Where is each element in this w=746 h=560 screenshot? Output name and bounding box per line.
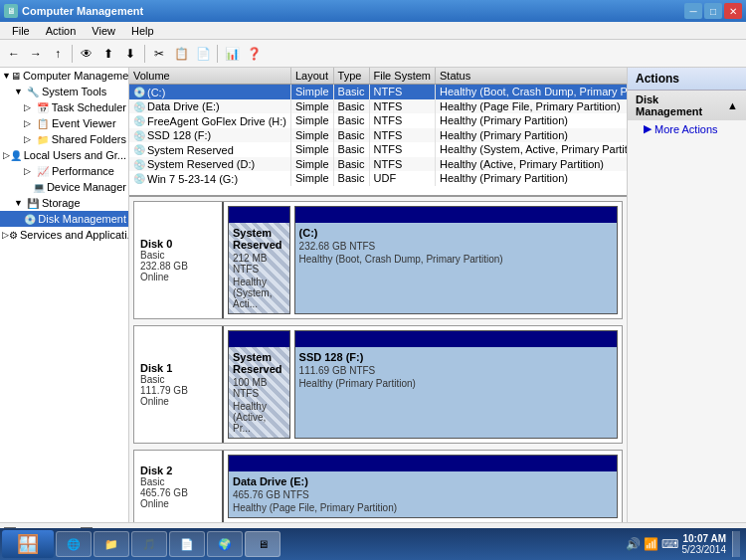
table-row[interactable]: 💿System Reserved Simple Basic NTFS Healt… (129, 142, 627, 157)
tree-task-scheduler[interactable]: ▷ 📅 Task Scheduler (0, 99, 128, 115)
taskbar-documents[interactable]: 📄 (169, 531, 205, 557)
partition-block[interactable]: System Reserved 212 MB NTFS Healthy (Sys… (228, 206, 290, 314)
toolbar-sep-2 (144, 45, 145, 63)
taskbar-ie[interactable]: 🌐 (56, 531, 92, 557)
menu-action[interactable]: Action (38, 23, 85, 39)
expander-perf[interactable]: ▷ (24, 166, 36, 176)
tree-label-disk-management: Disk Management (38, 213, 126, 225)
taskbar: 🪟 🌐 📁 🎵 📄 🌍 🖥 🔊 📶 ⌨ 10:07 AM 5/23/2014 (0, 528, 746, 560)
close-button[interactable]: ✕ (724, 3, 742, 19)
storage-icon: 💾 (26, 196, 40, 210)
copy-button[interactable]: 📋 (171, 44, 191, 64)
help-button[interactable]: ❓ (244, 44, 264, 64)
disk-status: Online (140, 272, 216, 282)
expander-storage[interactable]: ▼ (14, 198, 26, 208)
maximize-button[interactable]: □ (704, 3, 722, 19)
tree-storage[interactable]: ▼ 💾 Storage (0, 195, 128, 211)
table-row[interactable]: 💿(C:) Simple Basic NTFS Healthy (Boot, C… (129, 85, 627, 99)
volume-table-container[interactable]: Volume Layout Type File System Status Ca… (129, 68, 627, 197)
main-area: ▼ 🖥 Computer Management ▼ 🔧 System Tools… (0, 68, 746, 522)
expander-services[interactable]: ▷ (2, 230, 9, 240)
volume-table: Volume Layout Type File System Status Ca… (129, 68, 627, 186)
partition-name: Data Drive (E:) (233, 475, 613, 487)
tray-icons: 🔊 📶 ⌨ (626, 537, 678, 551)
up-button[interactable]: ↑ (48, 44, 68, 64)
expander-shared[interactable]: ▷ (24, 134, 36, 144)
col-type[interactable]: Type (333, 68, 369, 85)
tray-volume-icon[interactable]: 📶 (644, 537, 658, 551)
partition-name: System Reserved (233, 351, 285, 375)
taskbar-computer-mgmt[interactable]: 🖥 (245, 531, 280, 557)
paste-button[interactable]: 📄 (193, 44, 213, 64)
tree-label-local-users: Local Users and Gr... (24, 149, 126, 161)
partition-block[interactable]: SSD 128 (F:) 111.69 GB NTFS Healthy (Pri… (294, 330, 618, 439)
title-bar-buttons[interactable]: ─ □ ✕ (684, 3, 742, 19)
export-button[interactable]: 📊 (222, 44, 242, 64)
tree-event-viewer[interactable]: ▷ 📋 Event Viewer (0, 115, 128, 131)
menu-help[interactable]: Help (123, 23, 162, 39)
down-button[interactable]: ⬇ (120, 44, 140, 64)
volume-icon: 💿 (133, 87, 145, 97)
tray-network-icon[interactable]: 🔊 (626, 537, 641, 551)
cell-volume: 💿System Reserved (D:) (129, 157, 290, 172)
table-row[interactable]: 💿FreeAgent GoFlex Drive (H:) Simple Basi… (129, 113, 627, 128)
left-tree-panel: ▼ 🖥 Computer Management ▼ 🔧 System Tools… (0, 68, 129, 522)
back-button[interactable]: ← (4, 44, 24, 64)
cut-button[interactable]: ✂ (149, 44, 169, 64)
tree-disk-management[interactable]: ▷ 💿 Disk Management (0, 211, 128, 227)
partition-name: SSD 128 (F:) (299, 351, 613, 363)
partition-block[interactable]: Data Drive (E:) 465.76 GB NTFS Healthy (… (228, 455, 618, 518)
actions-more-label: More Actions (654, 123, 718, 135)
shared-folders-icon: 📁 (36, 132, 50, 146)
taskbar-explorer[interactable]: 📁 (93, 531, 129, 557)
disk-management-icon: 💿 (24, 212, 36, 226)
col-volume[interactable]: Volume (129, 68, 290, 85)
up2-button[interactable]: ⬆ (98, 44, 118, 64)
table-row[interactable]: 💿Win 7 5-23-14 (G:) Simple Basic UDF Hea… (129, 171, 627, 186)
show-desktop-button[interactable] (732, 531, 740, 557)
partition-block[interactable]: System Reserved 100 MB NTFS Healthy (Act… (228, 330, 290, 439)
tree-local-users[interactable]: ▷ 👤 Local Users and Gr... (0, 147, 128, 163)
actions-collapse-icon[interactable]: ▲ (727, 99, 738, 111)
table-row[interactable]: 💿SSD 128 (F:) Simple Basic NTFS Healthy … (129, 128, 627, 143)
disk-name: Disk 0 (140, 238, 216, 250)
minimize-button[interactable]: ─ (684, 3, 702, 19)
system-tools-icon: 🔧 (26, 85, 40, 98)
table-row[interactable]: 💿System Reserved (D:) Simple Basic NTFS … (129, 157, 627, 172)
volume-icon: 💿 (133, 159, 145, 170)
tree-label-services: Services and Applicati... (20, 229, 128, 241)
start-button[interactable]: 🪟 (2, 530, 54, 558)
partition-name: (C:) (299, 227, 613, 239)
tree-computer-management[interactable]: ▼ 🖥 Computer Management (0, 68, 128, 84)
disk-info: Disk 2 Basic 465.76 GB Online (134, 451, 224, 522)
partition-detail1: 212 MB NTFS (233, 253, 285, 275)
menu-file[interactable]: File (4, 23, 38, 39)
tree-device-manager[interactable]: ▷ 💻 Device Manager (0, 179, 128, 195)
expander-computer[interactable]: ▼ (2, 71, 11, 81)
tree-shared-folders[interactable]: ▷ 📁 Shared Folders (0, 131, 128, 147)
actions-more-link[interactable]: ▶ More Actions (628, 120, 746, 137)
expander-task[interactable]: ▷ (24, 102, 36, 112)
expander-users[interactable]: ▷ (3, 150, 10, 160)
taskbar-media[interactable]: 🎵 (131, 531, 167, 557)
computer-icon: 🖥 (11, 69, 21, 83)
tree-system-tools[interactable]: ▼ 🔧 System Tools (0, 84, 128, 99)
tree-services[interactable]: ▷ ⚙ Services and Applicati... (0, 227, 128, 243)
forward-button[interactable]: → (26, 44, 46, 64)
menu-view[interactable]: View (84, 23, 123, 39)
table-row[interactable]: 💿Data Drive (E:) Simple Basic NTFS Healt… (129, 99, 627, 114)
disk-visual-panel[interactable]: Disk 0 Basic 232.88 GB Online System Res… (129, 197, 627, 522)
system-clock[interactable]: 10:07 AM 5/23/2014 (682, 533, 727, 555)
partition-block[interactable]: (C:) 232.68 GB NTFS Healthy (Boot, Crash… (294, 206, 618, 314)
actions-section-disk-header[interactable]: Disk Management ▲ (628, 91, 746, 120)
col-filesystem[interactable]: File System (369, 68, 435, 85)
show-hide-button[interactable]: 👁 (77, 44, 96, 64)
col-layout[interactable]: Layout (290, 68, 333, 85)
tree-performance[interactable]: ▷ 📈 Performance (0, 163, 128, 179)
expander-event[interactable]: ▷ (24, 118, 36, 128)
expander-system[interactable]: ▼ (14, 87, 26, 96)
partition-detail2: Healthy (Boot, Crash Dump, Primary Parti… (299, 254, 613, 265)
col-status[interactable]: Status (435, 68, 627, 85)
tray-battery-icon[interactable]: ⌨ (661, 537, 678, 551)
taskbar-network[interactable]: 🌍 (207, 531, 243, 557)
